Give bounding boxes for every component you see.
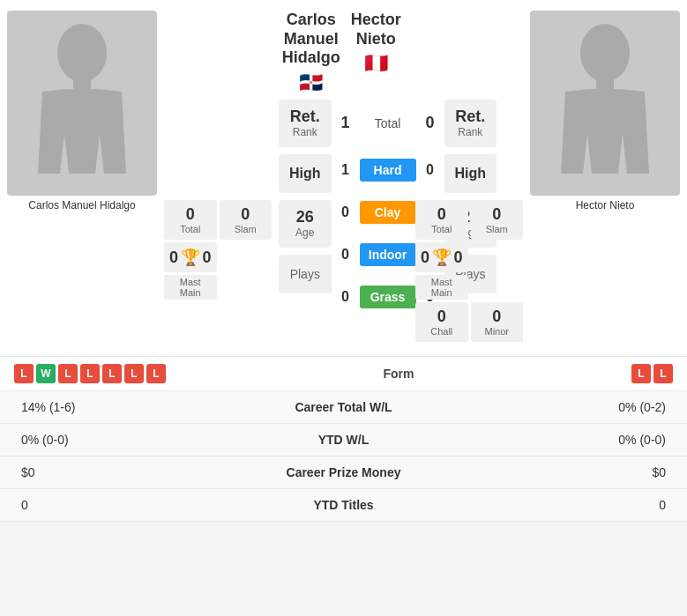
form-badge: L [631,364,651,383]
left-player-photo: Carlos Manuel Hidalgo [7,11,157,212]
left-silhouette [25,19,139,196]
left-slam-stat: 0 Slam [220,200,273,240]
total-label: Total [356,116,420,130]
titles-label: YTD Titles [127,498,560,512]
indoor-left-score: 0 [335,247,356,263]
titles-row: 0 YTD Titles 0 [0,489,687,522]
left-rank-card: Ret. Rank [279,100,332,147]
career-wl-row: 14% (1-6) Career Total W/L 0% (0-2) [0,391,687,424]
right-mast-label-cell: Mast Main [415,275,468,300]
form-badge: L [653,364,673,383]
right-titles: 0 [560,498,666,512]
left-career-wl: 14% (1-6) [21,400,127,414]
hard-right-score: 0 [420,162,441,178]
right-ytd-wl: 0% (0-0) [560,433,666,447]
right-minor-stat: 0 Minor [471,302,524,342]
right-high-card: High [444,154,497,193]
form-badge: W [36,364,56,383]
svg-point-0 [57,24,107,82]
left-player-name-heading: Carlos Manuel Hidalgo [279,11,344,68]
career-wl-label: Career Total W/L [127,400,560,414]
right-flag: 🇵🇪 [344,52,409,75]
right-career-wl: 0% (0-2) [560,400,666,414]
ytd-wl-label: YTD W/L [127,433,560,447]
ytd-wl-row: 0% (0-0) YTD W/L 0% (0-0) [0,424,687,456]
prize-row: $0 Career Prize Money $0 [0,456,687,489]
total-left-score: 1 [335,114,356,132]
indoor-badge: Indoor [360,243,416,266]
left-player-name-area: Carlos Manuel Hidalgo 🇩🇴 [279,11,344,94]
right-player-photo: Hector Nieto [530,11,680,212]
clay-badge: Clay [360,201,416,224]
grass-left-score: 0 [335,289,356,305]
right-player-name-heading: Hector Nieto [344,11,409,48]
trophy-icon-left: 🏆 [181,248,200,267]
hard-row: 1 Hard 0 [335,151,441,189]
svg-point-2 [580,24,630,82]
left-titles: 0 [21,498,127,512]
right-rank-card: Ret. Rank [444,100,497,147]
left-mast-label-cell: Mast Main [164,275,217,300]
total-right-score: 0 [420,114,441,132]
form-badge: L [102,364,122,383]
left-high-card: High [279,154,332,193]
form-row: LWLLLLL Form LL [0,357,687,391]
form-badge: L [146,364,166,383]
clay-left-score: 0 [335,204,356,220]
right-stats-panel: 0 Total 0 Slam 0 🏆 0 Mast Main [412,200,526,342]
right-total-stat: 0 Total [415,200,468,240]
right-chall-stat: 0 Chall [415,302,468,342]
left-prize: $0 [21,465,127,479]
main-container: Carlos Manuel Hidalgo 0 Total 0 Slam 0 🏆… [0,0,687,522]
right-form-badges: LL [631,364,673,383]
left-total-stat: 0 Total [164,200,217,240]
left-player-name-below-photo: Carlos Manuel Hidalgo [7,199,157,212]
right-prize: $0 [560,465,666,479]
left-flag: 🇩🇴 [279,71,344,94]
left-stats-panel: 0 Total 0 Slam 0 🏆 0 Mast Main [161,200,275,300]
center-panel: Carlos Manuel Hidalgo 🇩🇴 Hector Nieto 🇵🇪… [279,11,408,316]
left-form-badges: LWLLLLL [14,364,166,383]
left-mast-stat: 0 🏆 0 [164,242,217,272]
form-badge: L [14,364,34,383]
total-row: 1 Total 0 [335,100,441,147]
form-badge: L [58,364,78,383]
left-ytd-wl: 0% (0-0) [21,433,127,447]
grass-badge: Grass [360,286,416,308]
form-badge: L [124,364,144,383]
left-cards-column: Ret. Rank High 26 Age Plays [279,100,332,316]
hard-left-score: 1 [335,162,356,178]
trophy-icon-right: 🏆 [432,248,452,267]
left-age-card: 26 Age [279,200,332,248]
right-mast-stat: 0 🏆 0 [415,242,468,272]
hard-badge: Hard [360,159,416,182]
form-label: Form [384,367,414,381]
left-plays-card: Plays [279,255,332,293]
prize-label: Career Prize Money [127,465,560,479]
right-player-name-below-photo: Hector Nieto [530,199,680,212]
right-slam-stat: 0 Slam [471,200,524,240]
right-player-name-area: Hector Nieto 🇵🇪 [344,11,409,75]
form-badge: L [80,364,100,383]
bottom-stats-table: LWLLLLL Form LL 14% (1-6) Career Total W… [0,356,687,522]
right-silhouette [548,19,662,196]
